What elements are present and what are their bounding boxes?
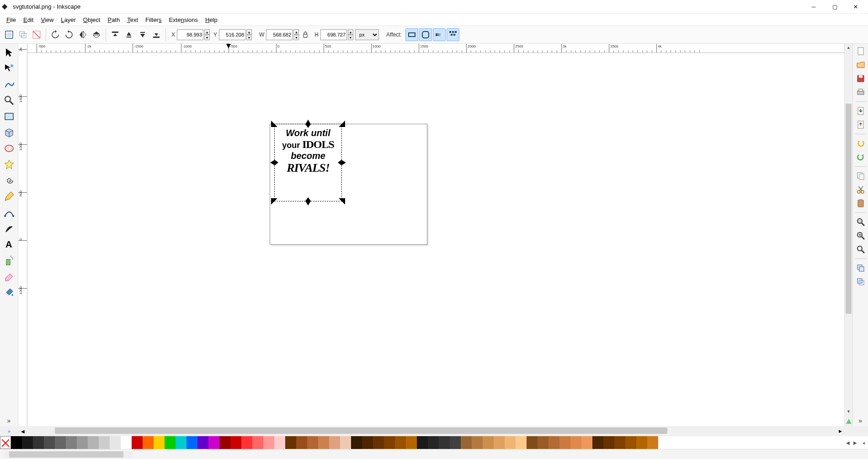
select-all-button[interactable]: [3, 28, 16, 41]
color-swatch[interactable]: [110, 436, 121, 449]
affect-pattern-button[interactable]: [447, 28, 459, 41]
color-swatch[interactable]: [263, 436, 274, 449]
tweak-tool[interactable]: [1, 77, 17, 92]
toolbox-left-expand-2[interactable]: »: [0, 426, 18, 436]
zoom-selection-button[interactable]: □: [854, 216, 867, 227]
color-swatch[interactable]: [472, 436, 483, 449]
color-swatch[interactable]: [581, 436, 592, 449]
scrollbar-vertical[interactable]: ▲ ▼: [844, 44, 852, 426]
color-swatch[interactable]: [230, 436, 241, 449]
redo-button[interactable]: [854, 152, 867, 163]
new-document-button[interactable]: [854, 46, 867, 57]
w-spinner[interactable]: ▲▼: [293, 29, 299, 40]
zoom-page-button[interactable]: [854, 244, 867, 255]
print-button[interactable]: [854, 87, 867, 98]
color-swatch[interactable]: [11, 436, 22, 449]
color-swatch[interactable]: [318, 436, 329, 449]
scale-handle-e[interactable]: [341, 160, 346, 165]
affect-stroke-button[interactable]: [405, 28, 418, 41]
h-scroll-thumb[interactable]: [55, 427, 667, 434]
color-swatch[interactable]: [77, 436, 88, 449]
ruler-vertical[interactable]: 2k1500100050001000: [18, 44, 27, 426]
scroll-up-arrow[interactable]: ▲: [845, 44, 852, 51]
color-swatch[interactable]: [197, 436, 208, 449]
color-swatch[interactable]: [461, 436, 472, 449]
color-swatch[interactable]: [570, 436, 581, 449]
node-tool[interactable]: [1, 61, 17, 76]
color-swatch[interactable]: [208, 436, 219, 449]
menu-filters[interactable]: Filters: [142, 16, 165, 24]
h-scroll-right[interactable]: ▶: [836, 426, 844, 436]
ruler-horizontal[interactable]: -500-2k-1500-1000-5000500100015002000250…: [27, 44, 844, 53]
undo-button[interactable]: [854, 138, 867, 149]
h-input[interactable]: [320, 29, 347, 40]
lower-button[interactable]: [136, 28, 149, 41]
palette-scroll-left[interactable]: ◀: [844, 436, 852, 449]
scale-handle-n[interactable]: [305, 120, 311, 124]
palette-scroll-track[interactable]: [5, 451, 133, 458]
menu-edit[interactable]: Edit: [20, 16, 37, 24]
maximize-button[interactable]: ▢: [824, 0, 845, 14]
color-swatch[interactable]: [143, 436, 154, 449]
save-document-button[interactable]: [854, 73, 867, 84]
guide-marker[interactable]: [226, 44, 231, 48]
color-swatch[interactable]: [186, 436, 197, 449]
color-swatch[interactable]: [252, 436, 263, 449]
color-swatch[interactable]: [99, 436, 110, 449]
color-swatch[interactable]: [44, 436, 55, 449]
h-scroll-left[interactable]: ◀: [18, 426, 27, 436]
menu-help[interactable]: Help: [202, 16, 221, 24]
color-swatch[interactable]: [548, 436, 559, 449]
color-swatch[interactable]: [88, 436, 99, 449]
pencil-tool[interactable]: [1, 189, 17, 204]
color-swatch[interactable]: [417, 436, 428, 449]
scale-handle-nw[interactable]: [271, 121, 277, 127]
palette-scroll-right[interactable]: ▶: [852, 436, 859, 449]
select-all-layers-button[interactable]: [16, 28, 29, 41]
y-input[interactable]: [219, 29, 245, 40]
duplicate-button[interactable]: [854, 263, 867, 274]
color-triangle-icon[interactable]: [845, 417, 852, 426]
3dbox-tool[interactable]: [1, 125, 17, 140]
x-input[interactable]: [177, 29, 203, 40]
minimize-button[interactable]: ─: [803, 0, 824, 14]
h-spinner[interactable]: ▲▼: [348, 29, 353, 40]
rotate-cw-button[interactable]: [63, 28, 75, 41]
color-swatch[interactable]: [33, 436, 44, 449]
toolbox-left-expand[interactable]: »: [7, 417, 11, 424]
deselect-button[interactable]: [30, 28, 43, 41]
scroll-v-thumb[interactable]: [846, 104, 852, 314]
color-swatch[interactable]: [307, 436, 318, 449]
fill-tool[interactable]: [1, 285, 17, 300]
color-swatch[interactable]: [362, 436, 373, 449]
h-scroll-track[interactable]: [46, 426, 836, 436]
cut-button[interactable]: [854, 184, 867, 195]
color-swatch[interactable]: [483, 436, 494, 449]
color-swatch[interactable]: [450, 436, 461, 449]
color-swatch[interactable]: [219, 436, 230, 449]
star-tool[interactable]: [1, 157, 17, 172]
rectangle-tool[interactable]: [1, 109, 17, 124]
color-swatch[interactable]: [614, 436, 625, 449]
ellipse-tool[interactable]: [1, 141, 17, 156]
eraser-tool[interactable]: [1, 269, 17, 284]
toolbox-right-expand[interactable]: »: [859, 417, 863, 424]
color-swatch[interactable]: [505, 436, 516, 449]
color-swatch[interactable]: [603, 436, 614, 449]
color-swatch[interactable]: [636, 436, 647, 449]
menu-text[interactable]: Text: [123, 16, 142, 24]
menu-file[interactable]: File: [3, 16, 20, 24]
color-swatch[interactable]: [395, 436, 406, 449]
menu-path[interactable]: Path: [104, 16, 123, 24]
rotate-ccw-button[interactable]: [49, 28, 62, 41]
scale-handle-sw[interactable]: [271, 198, 277, 205]
flip-horizontal-button[interactable]: [76, 28, 89, 41]
scroll-down-arrow[interactable]: ▼: [845, 408, 852, 415]
menu-object[interactable]: Object: [80, 16, 104, 24]
color-swatch[interactable]: [132, 436, 143, 449]
color-swatch[interactable]: [22, 436, 33, 449]
color-swatch[interactable]: [384, 436, 395, 449]
scale-handle-ne[interactable]: [339, 121, 345, 127]
flip-vertical-button[interactable]: [90, 28, 103, 41]
calligraphy-tool[interactable]: [1, 221, 17, 236]
